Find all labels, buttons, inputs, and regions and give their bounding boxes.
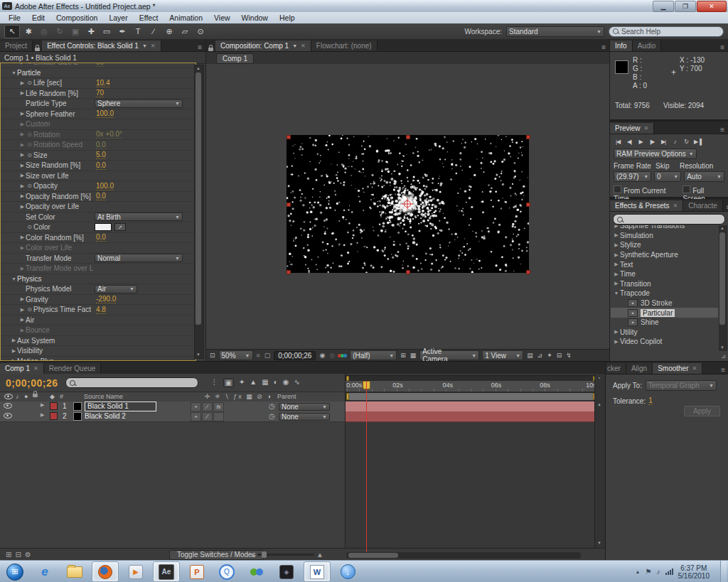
panel-menu-icon[interactable]: ≡	[717, 366, 728, 374]
effect-row-transfer-mode[interactable]: Transfer ModeNormal▼	[1, 254, 196, 264]
layer-expand-icon[interactable]: ▶	[41, 412, 44, 418]
show-snapshot-icon[interactable]: ◎	[328, 352, 336, 359]
triangle-open-icon[interactable]: ▼	[11, 276, 17, 281]
property-value[interactable]: 5.0	[96, 151, 106, 159]
layer-row-1[interactable]: ▶1Black Solid 1+∕fx◷None▼	[0, 402, 345, 412]
triangle-closed-icon[interactable]: ▶	[19, 307, 26, 313]
effect-row-opacity-over-life[interactable]: ▶Opacity over Life	[1, 202, 196, 212]
tray-expand-icon[interactable]: ▲	[636, 569, 641, 574]
effects-item-utility[interactable]: ▶Utility	[611, 328, 718, 338]
zoom-out-icon[interactable]: ▲	[250, 552, 255, 557]
menu-file[interactable]: File	[3, 14, 26, 22]
layer-row-2[interactable]: ▶2Black Solid 2+∕◷None▼	[0, 411, 345, 422]
collapse-layers-icon[interactable]: ⊟	[15, 551, 21, 559]
audio-button[interactable]: ♪	[670, 137, 680, 146]
tab-project[interactable]: Project	[0, 41, 33, 51]
tab-effects-presets[interactable]: Effects & Presets✕	[610, 200, 683, 211]
triangle-closed-icon[interactable]: ▶	[613, 232, 620, 238]
timeline-icon[interactable]: ▤	[526, 352, 534, 359]
menu-edit[interactable]: Edit	[26, 14, 50, 22]
property-value[interactable]: 50	[96, 63, 104, 67]
triangle-closed-icon[interactable]: ▶	[613, 242, 620, 248]
triangle-closed-icon[interactable]: ▶	[19, 173, 26, 178]
tab-character[interactable]: Characte	[683, 200, 723, 211]
quicktime-icon[interactable]: Q	[214, 562, 240, 581]
layer-switch[interactable]: ∕	[202, 402, 213, 411]
effects-item-stylize[interactable]: ▶Stylize	[611, 240, 718, 250]
close-icon[interactable]: ✕	[33, 365, 38, 372]
work-area-start-handle[interactable]	[346, 393, 349, 400]
chevron-down-icon[interactable]: ▼	[142, 43, 147, 48]
zoom-thumb[interactable]	[262, 551, 267, 558]
shape-tool[interactable]: ▭	[100, 26, 114, 38]
loop-button[interactable]: ↻	[681, 137, 691, 146]
tray-clock[interactable]: 6:37 PM 5/16/2010	[678, 564, 710, 580]
panel-menu-icon[interactable]: ≡	[194, 43, 205, 51]
effects-item-shine[interactable]: ✦Shine	[611, 318, 718, 328]
panel-menu-icon[interactable]: ≡	[717, 43, 728, 51]
property-value[interactable]: 100.0	[96, 109, 114, 118]
effect-row-opacity-random-[interactable]: ▶Opacity Random [%]0.0	[1, 192, 196, 203]
selection-handle[interactable]	[406, 135, 410, 139]
effect-row-motion-blur[interactable]: ▶Motion Blur	[1, 357, 196, 361]
property-dropdown[interactable]: Sphere▼	[95, 99, 183, 108]
triangle-closed-icon[interactable]: ▶	[613, 225, 620, 229]
download-icon[interactable]: ↓	[335, 562, 360, 581]
time-ruler[interactable]: 0:00s02s04s06s08s10s	[346, 381, 595, 392]
ram-preview-options-select[interactable]: RAM Preview Options▼	[614, 149, 697, 159]
scroll-thumb[interactable]	[196, 72, 201, 325]
triangle-closed-icon[interactable]: ▶	[19, 245, 26, 251]
layer-expand-icon[interactable]: ▶	[41, 402, 44, 408]
triangle-closed-icon[interactable]: ▶	[11, 338, 17, 343]
settings-icon[interactable]: ⚙	[25, 551, 31, 559]
transparency-grid-icon[interactable]: ▦	[410, 352, 417, 359]
apply-to-select[interactable]: Temporal Graph▼	[646, 380, 717, 391]
triangle-closed-icon[interactable]: ▶	[19, 111, 26, 117]
selection-handle[interactable]	[287, 203, 291, 207]
triangle-closed-icon[interactable]: ▶	[19, 193, 26, 199]
always-preview-icon[interactable]: ⊡	[209, 352, 216, 359]
layer-name[interactable]: Black Solid 2	[85, 412, 126, 420]
parent-clock-icon[interactable]: ◷	[269, 412, 275, 420]
property-value[interactable]: 0.0	[96, 161, 106, 170]
comp-chip[interactable]: Comp 1	[216, 53, 254, 64]
menu-layer[interactable]: Layer	[103, 14, 133, 22]
effect-row-bounce[interactable]: ▶Bounce	[1, 325, 196, 336]
tab-flowchart[interactable]: Flowchart: (none)	[311, 41, 378, 51]
motion-blur-icon[interactable]: ◐	[274, 378, 278, 387]
triangle-closed-icon[interactable]: ▶	[19, 163, 26, 168]
scroll-down-icon[interactable]: ▼	[597, 541, 601, 545]
camera-select[interactable]: Active Camera▼	[419, 350, 479, 360]
tab-effect-controls[interactable]: Effect Controls: Black Solid 1▼✕	[42, 41, 161, 51]
eyedropper-icon[interactable]: ↗	[114, 223, 126, 231]
frame-rate-select[interactable]: (29.97)▼	[614, 171, 651, 182]
effects-item-text[interactable]: ▶Text	[611, 259, 718, 269]
property-value[interactable]: 0.0	[96, 192, 106, 200]
close-icon[interactable]: ✕	[644, 125, 649, 131]
effect-row-opacity[interactable]: ▶⊙Opacity100.0	[1, 181, 196, 192]
tab-render-queue[interactable]: Render Queue	[44, 363, 102, 374]
powerpoint-icon[interactable]: P	[184, 562, 210, 581]
stopwatch-icon[interactable]: ⊙	[26, 306, 33, 313]
last-frame-button[interactable]: ▶|	[658, 137, 668, 146]
effect-row-physics-model[interactable]: Physics ModelAir▼	[1, 284, 196, 295]
property-value[interactable]: 0.0	[96, 233, 106, 242]
menu-window[interactable]: Window	[236, 14, 274, 22]
tolerance-value[interactable]: 1	[648, 397, 653, 405]
ie-icon[interactable]: e	[32, 562, 58, 581]
triangle-closed-icon[interactable]: ▶	[19, 183, 26, 189]
messenger-icon[interactable]	[244, 562, 269, 581]
flowchart-icon[interactable]: ⊿	[537, 352, 544, 359]
triangle-closed-icon[interactable]: ▶	[19, 266, 26, 271]
brush-tool[interactable]: ∕	[146, 26, 161, 38]
scroll-up-icon[interactable]: ▲	[597, 402, 601, 406]
restore-button[interactable]: ❐	[675, 1, 696, 12]
effect-row-particle-type[interactable]: Particle TypeSphere▼	[1, 99, 196, 109]
property-dropdown[interactable]: Normal▼	[95, 254, 183, 262]
effect-row-size[interactable]: ▶⊙Size5.0	[1, 151, 196, 161]
source-name-column[interactable]: Source Name	[84, 393, 123, 400]
timeline-zoom-slider[interactable]: ▲ ▲	[250, 551, 323, 559]
show-desktop-button[interactable]	[720, 561, 727, 582]
color-control[interactable]: ↗	[95, 223, 126, 231]
composition-viewer[interactable]	[206, 64, 609, 350]
